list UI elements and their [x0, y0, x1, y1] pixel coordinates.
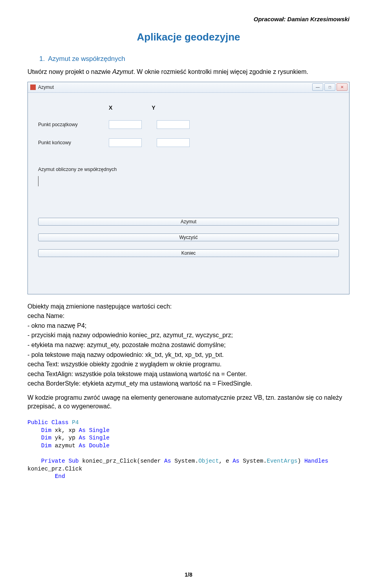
props-p0: Obiekty mają zmienione następujące warto… — [27, 302, 350, 311]
button-wyczysc[interactable]: Wyczyść — [38, 233, 339, 241]
row-start-point: Punkt początkowy — [38, 120, 339, 129]
window-title: Azymut — [38, 85, 312, 90]
maximize-button[interactable]: □ — [324, 83, 335, 91]
properties-block: Obiekty mają zmienione następujące warto… — [27, 302, 350, 411]
props-p7: cecha TextAlign: wszystkie pola tekstowe… — [27, 370, 350, 379]
intro-text-a: Utwórz nowy projekt o nazwie — [27, 68, 112, 75]
document-title: Aplikacje geodezyjne — [27, 31, 350, 43]
section-heading: 1.Azymut ze współrzędnych — [39, 55, 350, 63]
col-x-label: X — [109, 105, 112, 111]
app-icon — [30, 85, 36, 90]
output-azymut-ety — [38, 176, 40, 186]
label-end-point: Punkt końcowy — [38, 140, 109, 145]
input-xk[interactable] — [109, 138, 142, 147]
label-start-point: Punkt początkowy — [38, 122, 109, 127]
props-p4: - etykieta ma nazwę: azymut_ety, pozosta… — [27, 341, 350, 349]
author-line: Opracował: Damian Krzesimowski — [27, 16, 350, 22]
props-p6: cecha Text: wszystkie obiekty zgodnie z … — [27, 360, 350, 369]
row-end-point: Punkt końcowy — [38, 138, 339, 147]
window-azymut: Azymut — □ ✕ X Y Punkt początkowy Punkt … — [27, 82, 350, 294]
page-number: 1/8 — [0, 571, 377, 578]
list-number: 1. — [39, 55, 45, 62]
column-headers: X Y — [109, 105, 339, 111]
col-y-label: Y — [152, 105, 155, 111]
close-button[interactable]: ✕ — [337, 83, 348, 91]
input-yk[interactable] — [157, 138, 190, 147]
props-p2: - okno ma nazwę P4; — [27, 322, 350, 330]
input-xp[interactable] — [109, 120, 142, 129]
intro-text-it: Azymut — [112, 68, 133, 75]
button-stack: Azymut Wyczyść Koniec — [38, 218, 339, 257]
titlebar: Azymut — □ ✕ — [28, 82, 349, 93]
label-result-section: Azymut obliczony ze współrzędnych — [38, 167, 339, 172]
props-p8: cecha BorderStyle: etykieta azymut_ety m… — [27, 379, 350, 388]
props-p1: cecha Name: — [27, 312, 350, 320]
props-p5: - pola tekstowe mają nazwy odpowiednio: … — [27, 351, 350, 359]
minimize-button[interactable]: — — [312, 83, 323, 91]
intro-paragraph: Utwórz nowy projekt o nazwie Azymut. W o… — [27, 68, 350, 76]
button-koniec[interactable]: Koniec — [38, 249, 339, 257]
intro-text-b: . W oknie rozmieść kontrolki mniej więce… — [133, 68, 308, 75]
props-p3: - przyciski mają nazwy odpowiednio konie… — [27, 331, 350, 340]
window-client: X Y Punkt początkowy Punkt końcowy Azymu… — [28, 93, 349, 294]
input-yp[interactable] — [157, 120, 190, 129]
list-text: Azymut ze współrzędnych — [48, 55, 125, 62]
button-azymut[interactable]: Azymut — [38, 218, 339, 226]
props-p9: W kodzie programu zwróć uwagę na element… — [27, 393, 350, 410]
code-block: Public Class P4 Dim xk, xp As Single Dim… — [27, 419, 350, 481]
window-buttons: — □ ✕ — [312, 83, 348, 91]
